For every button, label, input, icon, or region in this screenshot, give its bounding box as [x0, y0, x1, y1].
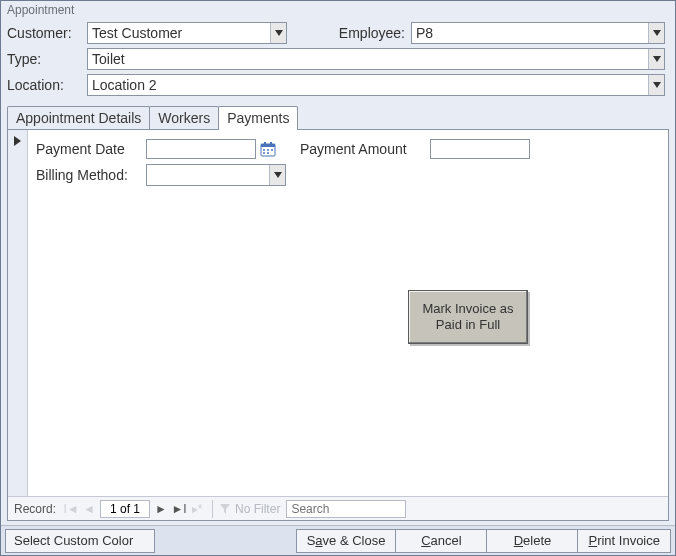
save-and-close-button[interactable]: Save & Close — [296, 529, 397, 553]
payment-amount-label: Payment Amount — [300, 141, 430, 157]
footer-toolbar: Select Custom Color Save & Close Cancel … — [1, 525, 675, 555]
type-combo[interactable]: Toilet — [87, 48, 665, 70]
customer-value: Test Customer — [88, 24, 270, 42]
appointment-window: Appointment Customer: Test Customer Empl… — [0, 0, 676, 556]
tab-payments[interactable]: Payments — [218, 106, 298, 130]
billing-method-label: Billing Method: — [36, 167, 146, 183]
svg-rect-4 — [263, 149, 265, 151]
delete-button[interactable]: Delete — [486, 529, 578, 553]
customer-label: Customer: — [7, 25, 87, 41]
mark-invoice-paid-button[interactable]: Mark Invoice as Paid in Full — [408, 290, 528, 344]
filter-text: No Filter — [235, 502, 280, 516]
funnel-icon — [219, 503, 231, 515]
svg-rect-1 — [261, 144, 275, 147]
payment-date-field[interactable] — [146, 139, 256, 159]
employee-value: P8 — [412, 24, 648, 42]
record-page-field[interactable] — [100, 500, 150, 518]
svg-rect-2 — [264, 142, 266, 145]
svg-rect-5 — [267, 149, 269, 151]
window-title: Appointment — [1, 1, 675, 17]
svg-rect-3 — [270, 142, 272, 145]
chevron-down-icon[interactable] — [648, 75, 664, 95]
location-label: Location: — [7, 77, 87, 93]
next-record-icon[interactable]: ► — [152, 500, 170, 518]
panel-body: Payment Date — [8, 130, 668, 496]
calendar-icon[interactable] — [258, 139, 278, 159]
payments-content: Payment Date — [28, 130, 668, 496]
record-selector-gutter[interactable] — [8, 130, 28, 496]
tab-appointment-details[interactable]: Appointment Details — [7, 106, 150, 129]
record-label: Record: — [8, 502, 62, 516]
type-value: Toilet — [88, 50, 648, 68]
new-record-icon[interactable]: ▸* — [188, 500, 206, 518]
separator — [212, 500, 213, 518]
last-record-icon[interactable]: ►I — [170, 500, 188, 518]
location-value: Location 2 — [88, 76, 648, 94]
form-header: Customer: Test Customer Employee: P8 Typ… — [1, 17, 675, 105]
billing-method-combo[interactable] — [146, 164, 286, 186]
payment-date-label: Payment Date — [36, 141, 146, 157]
filter-status: No Filter — [219, 502, 280, 516]
chevron-down-icon[interactable] — [648, 23, 664, 43]
billing-method-value — [147, 174, 269, 176]
chevron-down-icon[interactable] — [648, 49, 664, 69]
tab-payments-panel: Payment Date — [7, 129, 669, 521]
svg-rect-6 — [271, 149, 273, 151]
chevron-down-icon[interactable] — [270, 23, 286, 43]
first-record-icon[interactable]: I◄ — [62, 500, 80, 518]
print-invoice-button[interactable]: Print Invoice — [577, 529, 671, 553]
prev-record-icon[interactable]: ◄ — [80, 500, 98, 518]
cancel-button[interactable]: Cancel — [395, 529, 487, 553]
current-record-icon — [14, 136, 21, 146]
svg-rect-8 — [267, 152, 269, 154]
tab-workers[interactable]: Workers — [149, 106, 219, 129]
employee-label: Employee: — [305, 25, 405, 41]
customer-combo[interactable]: Test Customer — [87, 22, 287, 44]
chevron-down-icon[interactable] — [269, 165, 285, 185]
svg-rect-7 — [263, 152, 265, 154]
employee-combo[interactable]: P8 — [411, 22, 665, 44]
select-custom-color-button[interactable]: Select Custom Color — [5, 529, 155, 553]
type-label: Type: — [7, 51, 87, 67]
record-navigator: Record: I◄ ◄ ► ►I ▸* No Filter — [8, 496, 668, 520]
payment-amount-field[interactable] — [430, 139, 530, 159]
search-input[interactable] — [286, 500, 406, 518]
tabs-area: Appointment Details Workers Payments Pay… — [7, 105, 669, 521]
location-combo[interactable]: Location 2 — [87, 74, 665, 96]
tab-strip: Appointment Details Workers Payments — [7, 105, 669, 129]
